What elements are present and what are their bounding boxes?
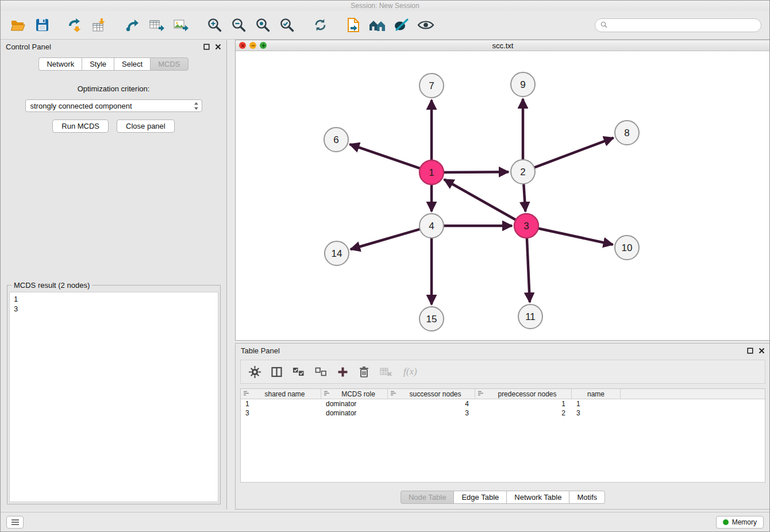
graph-node-label: 14 — [332, 248, 342, 259]
import-network-icon[interactable] — [66, 16, 84, 34]
column-sort-icon — [324, 390, 330, 398]
import-table-icon[interactable] — [90, 16, 109, 34]
select-all-icon[interactable] — [292, 363, 305, 380]
tab-select[interactable]: Select — [114, 57, 150, 71]
graph-node-7[interactable]: 7 — [419, 74, 444, 98]
column-header-label: name — [574, 390, 618, 398]
memory-status-dot — [723, 519, 729, 525]
search-input[interactable] — [610, 21, 756, 29]
graph-edge-1-2[interactable] — [444, 172, 509, 172]
file-group — [9, 16, 51, 34]
zoom-in-icon[interactable] — [205, 16, 224, 34]
column-header-name[interactable]: name — [572, 389, 621, 399]
float-table-panel-icon[interactable] — [746, 347, 753, 354]
graph-edge-4-14[interactable] — [351, 229, 420, 249]
graph-node-10[interactable]: 10 — [615, 236, 639, 260]
show-details-eye-icon[interactable] — [417, 16, 435, 34]
deselect-all-icon[interactable] — [315, 363, 327, 380]
network-window-titlebar: scc.txt — [236, 40, 770, 51]
graph-node-9[interactable]: 9 — [511, 72, 535, 97]
dropdown-selected-value: strongly connected component — [30, 102, 132, 110]
float-panel-icon[interactable] — [203, 43, 210, 50]
refresh-icon[interactable] — [311, 16, 329, 34]
zoom-fit-icon[interactable] — [253, 16, 272, 34]
column-header-shared-name[interactable]: shared name — [241, 389, 321, 399]
column-selector-icon[interactable] — [271, 363, 282, 380]
graph-node-6[interactable]: 6 — [324, 128, 348, 152]
graph-node-1[interactable]: 1 — [419, 160, 444, 184]
column-header-successor-nodes[interactable]: successor nodes — [388, 389, 475, 399]
close-panel-icon[interactable] — [214, 43, 221, 50]
tab-node-table[interactable]: Node Table — [401, 491, 454, 504]
zoom-out-icon[interactable] — [229, 16, 248, 34]
run-mcds-button[interactable]: Run MCDS — [52, 119, 109, 133]
control-panel: Control Panel NetworkStyleSelectMCDS Opt… — [1, 40, 227, 510]
graph-edge-3-11[interactable] — [527, 238, 530, 302]
graph-edge-1-6[interactable] — [350, 144, 421, 168]
optimization-criterion-select[interactable]: strongly connected component — [25, 99, 202, 112]
column-header-predecessor-nodes[interactable]: predecessor nodes — [475, 389, 572, 399]
table-header-row: shared nameMCDS rolesuccessor nodesprede… — [241, 389, 765, 399]
table-cell: dominator — [321, 399, 388, 408]
export-network-icon[interactable] — [124, 16, 142, 34]
table-cell: 1 — [241, 399, 321, 408]
graph-node-8[interactable]: 8 — [615, 121, 639, 145]
graph-edge-3-10[interactable] — [538, 229, 613, 245]
clone-network-icon[interactable] — [344, 16, 363, 34]
main-toolbar — [1, 11, 769, 40]
graph-node-label: 4 — [429, 221, 434, 232]
graph-node-4[interactable]: 4 — [419, 214, 444, 238]
result-item[interactable]: 3 — [14, 304, 218, 314]
tab-style[interactable]: Style — [82, 57, 114, 71]
tab-motifs[interactable]: Motifs — [569, 491, 605, 504]
graph-edge-2-8[interactable] — [534, 138, 614, 168]
export-image-icon[interactable] — [172, 16, 190, 34]
delete-column-trash-icon[interactable] — [359, 363, 369, 380]
view-group — [344, 16, 435, 34]
export-table-icon[interactable] — [148, 16, 166, 34]
control-panel-header: Control Panel — [1, 40, 226, 53]
mcds-result-list[interactable]: 13 — [9, 292, 218, 502]
close-panel-button[interactable]: Close panel — [117, 119, 175, 133]
column-header-mcds-role[interactable]: MCDS role — [321, 389, 388, 399]
table-row[interactable]: 3dominator323 — [241, 408, 765, 418]
chevron-up-down-icon — [194, 102, 199, 110]
tab-network-table[interactable]: Network Table — [506, 491, 569, 504]
save-icon[interactable] — [33, 16, 51, 34]
table-settings-gear-icon[interactable] — [249, 363, 261, 380]
result-item[interactable]: 1 — [14, 294, 218, 304]
network-canvas[interactable]: 7968124314101511 — [236, 51, 770, 340]
network-overview-icon[interactable] — [368, 16, 387, 34]
tab-mcds[interactable]: MCDS — [150, 57, 188, 71]
tab-edge-table[interactable]: Edge Table — [453, 491, 506, 504]
graph-node-2[interactable]: 2 — [511, 160, 535, 184]
graph-node-14[interactable]: 14 — [325, 241, 349, 265]
tab-network[interactable]: Network — [38, 57, 82, 71]
graph-node-label: 1 — [429, 167, 434, 178]
graph-node-11[interactable]: 11 — [518, 304, 542, 329]
task-history-list-icon[interactable] — [6, 516, 24, 529]
graph-edge-2-3[interactable] — [523, 184, 525, 211]
memory-button[interactable]: Memory — [716, 516, 764, 529]
open-session-icon[interactable] — [9, 16, 27, 34]
graph-node-3[interactable]: 3 — [514, 214, 538, 238]
table-cell: 3 — [241, 408, 321, 418]
search-icon — [600, 20, 607, 30]
node-table: shared nameMCDS rolesuccessor nodesprede… — [240, 388, 765, 483]
maximize-window-icon[interactable] — [260, 42, 267, 49]
table-cell: 1 — [475, 399, 572, 408]
table-row[interactable]: 1dominator411 — [241, 399, 765, 408]
minimize-window-icon[interactable] — [249, 42, 256, 49]
graph-node-label: 11 — [525, 311, 536, 322]
style-brush-icon[interactable] — [392, 16, 411, 34]
graph-node-label: 7 — [429, 80, 434, 91]
close-table-panel-icon[interactable] — [758, 347, 765, 354]
zoom-selected-icon[interactable] — [278, 16, 296, 34]
graph-node-15[interactable]: 15 — [419, 307, 444, 331]
close-window-icon[interactable] — [239, 42, 246, 49]
graph-edge-3-1[interactable] — [444, 179, 516, 219]
add-column-icon[interactable] — [337, 363, 348, 380]
destroy-table-icon — [380, 363, 393, 380]
graph-node-label: 2 — [520, 167, 525, 178]
refresh-group — [311, 16, 329, 34]
